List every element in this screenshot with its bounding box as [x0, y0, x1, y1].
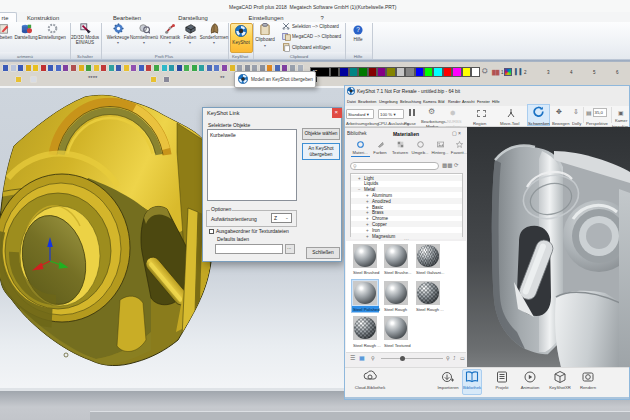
svg-text:?: ?: [356, 26, 360, 33]
